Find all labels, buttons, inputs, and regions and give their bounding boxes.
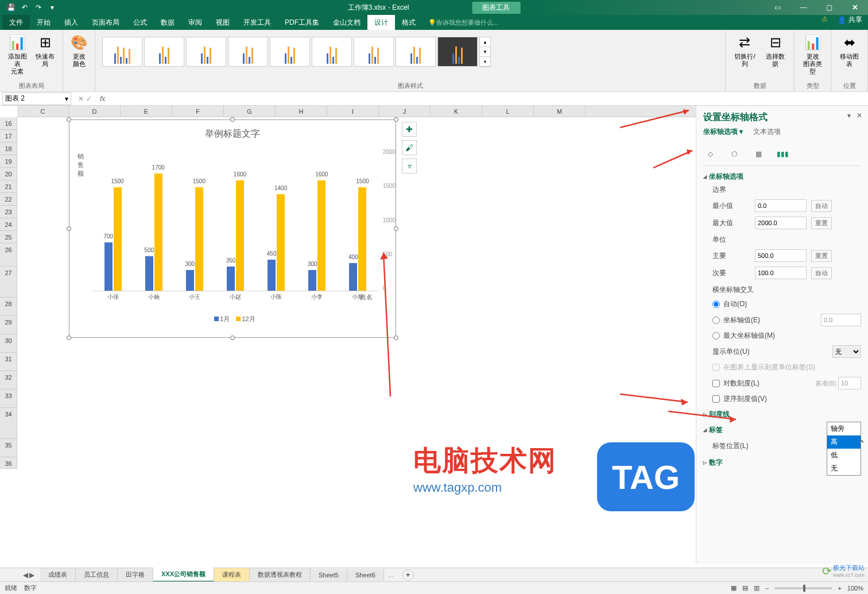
sheet-tab[interactable]: 员工信息 [76,568,118,581]
col-header[interactable]: I [327,106,379,117]
chart-title[interactable]: 举例标题文字 [69,120,396,144]
x-axis-label[interactable]: 姓名 [360,293,373,302]
change-chart-type-button[interactable]: 📊 更改 图表类型 [799,32,826,77]
sheet-nav-prev-icon[interactable]: ◀ [23,571,28,579]
bar-group[interactable]: 3001600小李 [303,180,331,291]
row-header[interactable]: 20 [0,168,17,180]
sheet-tab[interactable]: Sheet5 [311,569,347,581]
row-header[interactable]: 26 [0,244,17,267]
sheet-tab[interactable]: 田字格 [118,568,153,581]
size-props-icon[interactable]: ▦ [751,147,765,161]
accept-formula-icon[interactable]: ✓ [86,95,92,103]
max-axis-radio[interactable] [712,332,720,340]
bar[interactable]: 1700 [154,173,162,291]
col-header[interactable]: D [69,106,121,117]
max-aux[interactable]: 重置 [811,217,832,229]
tab-file[interactable]: 文件 [2,15,30,30]
tab-pdf[interactable]: PDF工具集 [278,15,326,30]
dropdown-option[interactable]: 无 [827,462,861,475]
share-button[interactable]: 👤 共享 [838,15,862,25]
axis-value-radio[interactable] [712,317,720,324]
pane-close-icon[interactable]: ✕ [857,111,862,119]
tab-design[interactable]: 设计 [367,15,395,30]
minor-input[interactable] [755,267,807,279]
quick-layout-button[interactable]: ⊞ 快速布局 [33,32,59,77]
resize-handle[interactable] [230,335,235,340]
style-item-8[interactable] [396,37,436,67]
row-header[interactable]: 25 [0,231,17,244]
col-header[interactable]: M [534,106,586,117]
zoom-out-icon[interactable]: − [765,585,769,592]
pane-expand-icon[interactable]: ▼ [846,113,852,119]
row-header[interactable]: 33 [0,389,17,408]
bar-group[interactable]: 4001500小郑 [343,187,372,291]
view-normal-icon[interactable]: ▦ [731,584,737,592]
zoom-slider[interactable] [774,587,832,589]
undo-icon[interactable]: ↶ [18,1,31,14]
tab-home[interactable]: 开始 [30,15,57,30]
style-item-3[interactable] [186,37,226,67]
minor-aux[interactable]: 自动 [811,267,832,279]
tab-format[interactable]: 格式 [395,15,423,30]
section-axis-options[interactable]: 坐标轴选项 [703,172,861,182]
resize-handle[interactable] [67,226,71,231]
bar[interactable]: 1500 [358,187,366,291]
switch-row-col-button[interactable]: ⇄ 切换行/列 [730,32,760,69]
fx-icon[interactable]: fx [96,95,108,103]
gallery-up-icon[interactable]: ▲ [480,37,490,47]
log-base-input[interactable] [838,377,861,389]
style-item-2[interactable] [144,37,184,67]
bar[interactable]: 1500 [114,187,122,291]
style-item-7[interactable] [354,37,394,67]
major-aux[interactable]: 重置 [811,250,832,262]
bar[interactable]: 350 [227,267,235,291]
subtab-axis-options[interactable]: 坐标轴选项 ▾ [703,127,743,138]
style-item-4[interactable] [228,37,268,67]
zoom-value[interactable]: 100% [847,585,863,592]
row-header[interactable]: 19 [0,155,17,168]
row-header[interactable]: 35 [0,439,17,457]
axis-value-input[interactable] [821,314,861,326]
row-header[interactable]: 36 [0,457,17,469]
sheet-tab[interactable]: 数据透视表教程 [250,568,311,581]
dropdown-option[interactable]: 轴旁 [827,422,861,435]
row-header[interactable]: 17 [0,130,17,142]
sheet-more-icon[interactable]: … [384,571,398,579]
cancel-formula-icon[interactable]: ✕ [78,95,84,103]
tab-data[interactable]: 数据 [154,15,181,30]
effects-icon[interactable]: ⬠ [727,147,741,161]
sheet-nav-next-icon[interactable]: ▶ [29,571,34,579]
row-header[interactable]: 34 [0,408,17,439]
tab-formula[interactable]: 公式 [126,15,154,30]
bar-group[interactable]: 3501600小赵 [221,180,250,291]
subtab-text-options[interactable]: 文本选项 [753,127,781,138]
row-header[interactable]: 32 [0,371,17,389]
sheet-tab[interactable]: XXX公司销售额 [153,568,214,582]
name-box[interactable]: 图表 2▾ [2,92,71,105]
bar-group[interactable]: 7001500小张 [99,187,127,291]
row-header[interactable]: 22 [0,193,17,206]
maximize-icon[interactable]: ▢ [816,0,842,15]
qat-more-icon[interactable]: ▾ [46,1,59,14]
fill-line-icon[interactable]: ◇ [703,147,717,161]
bar-group[interactable]: 5001700小杨 [140,173,168,291]
row-header[interactable]: 27 [0,267,17,298]
col-header[interactable]: G [224,106,276,117]
style-item-5[interactable] [270,37,310,67]
row-header[interactable]: 16 [0,117,17,130]
style-item-9[interactable] [437,37,478,67]
dropdown-option[interactable]: 低 [827,449,861,462]
sheet-tab[interactable]: 课程表 [214,568,250,581]
col-header[interactable]: K [431,106,482,117]
resize-handle[interactable] [230,117,235,122]
bar-group[interactable]: 4501400小陈 [262,194,290,291]
move-chart-button[interactable]: ⬌ 移动图表 [836,32,863,69]
tab-layout[interactable]: 页面布局 [85,15,126,30]
section-ticks[interactable]: 刻度线 [703,410,861,419]
style-item-1[interactable] [102,37,142,67]
chart-styles-button[interactable]: 🖌 [402,140,417,155]
chart-legend[interactable]: 1月 12月 [69,315,396,323]
col-header[interactable]: L [482,106,534,117]
row-header[interactable]: 30 [0,334,17,353]
row-header[interactable]: 23 [0,206,17,218]
